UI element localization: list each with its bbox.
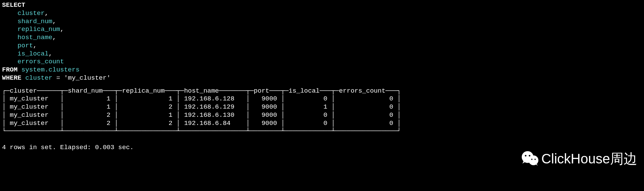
comma: ,	[49, 50, 52, 58]
sql-where-column: cluster	[25, 74, 52, 82]
equals: =	[56, 74, 60, 82]
svg-point-5	[534, 159, 536, 160]
sql-select-line: SELECT	[2, 1, 642, 10]
comma: ,	[52, 34, 56, 41]
sql-keyword-where: WHERE	[2, 74, 21, 82]
sql-column: errors_count	[18, 58, 64, 65]
sql-table: clusters	[49, 66, 79, 74]
sql-col-line: is_local,	[2, 50, 642, 58]
svg-point-3	[529, 155, 530, 157]
result-table: ┌─cluster──────┬─shard_num───┬─replica_n…	[2, 87, 642, 136]
watermark: ClickHouse周边	[520, 150, 637, 167]
wechat-icon	[520, 150, 540, 167]
dot: .	[44, 66, 48, 74]
sql-keyword-from: FROM	[2, 66, 18, 74]
sql-keyword-select: SELECT	[2, 1, 25, 9]
sql-col-line: cluster,	[2, 10, 642, 18]
watermark-text: ClickHouse周边	[541, 150, 637, 167]
svg-point-2	[525, 155, 526, 157]
sql-from-line: FROM system.clusters	[2, 66, 642, 74]
sql-column: shard_num	[18, 18, 53, 25]
sql-query-block: SELECT cluster, shard_num, replica_num, …	[2, 1, 642, 82]
comma: ,	[52, 18, 56, 25]
sql-schema: system	[21, 66, 44, 74]
sql-column: port	[18, 42, 33, 49]
svg-point-1	[529, 155, 538, 165]
sql-column: cluster	[18, 10, 45, 17]
sql-col-line: replica_num,	[2, 26, 642, 34]
sql-col-line: shard_num,	[2, 18, 642, 26]
sql-string-literal: 'my_cluster'	[64, 74, 110, 82]
sql-col-line: host_name,	[2, 34, 642, 42]
comma: ,	[44, 10, 48, 17]
svg-point-4	[531, 159, 533, 160]
sql-col-line: errors_count	[2, 58, 642, 66]
sql-column: is_local	[18, 50, 49, 58]
sql-where-line: WHERE cluster = 'my_cluster'	[2, 74, 642, 82]
sql-col-line: port,	[2, 42, 642, 50]
comma: ,	[60, 26, 64, 33]
sql-column: replica_num	[18, 26, 60, 33]
comma: ,	[33, 42, 37, 49]
sql-column: host_name	[18, 34, 53, 41]
